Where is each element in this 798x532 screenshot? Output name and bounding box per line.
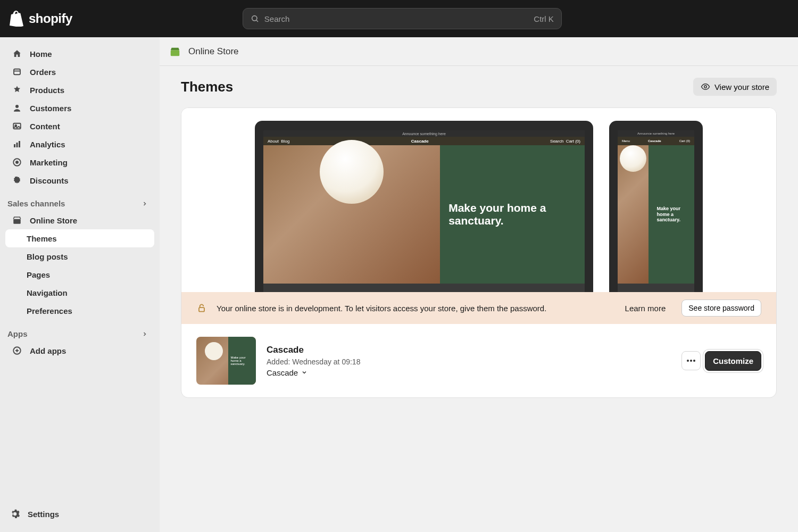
chevron-right-icon [142,331,148,337]
preview-nav: About Blog Cascade Search Cart (0) [263,137,585,145]
more-actions-button[interactable] [681,351,701,370]
store-icon [12,215,22,225]
content-icon [12,121,22,131]
section-sales-channels[interactable]: Sales channels [5,189,154,211]
store-icon [169,46,181,57]
eye-icon [701,82,710,92]
nav-label: Content [30,122,60,131]
lock-icon [196,303,207,313]
sidebar-item-orders[interactable]: Orders [5,63,154,81]
theme-info: Cascade Added: Wednesday at 09:18 Cascad… [267,345,671,377]
theme-thumbnail: Make your home a sanctuary. [196,337,256,385]
sub-label: Blog posts [27,252,68,261]
search-input[interactable]: Search Ctrl K [243,8,562,29]
sidebar-item-online-store[interactable]: Online Store [5,211,154,229]
search-icon [251,14,259,23]
sidebar-item-marketing[interactable]: Marketing [5,153,154,171]
preview-mobile: Announce something here Menu Cascade Car… [609,121,703,292]
orders-icon [12,67,22,77]
svg-point-17 [704,86,707,88]
svg-rect-9 [19,141,20,147]
discounts-icon [12,176,22,185]
svg-point-21 [693,360,695,362]
sidebar-item-content[interactable]: Content [5,117,154,135]
page-header: Themes View your store [160,66,798,107]
main: Online Store Themes View your store Anno… [160,37,798,532]
sidebar-sub-navigation[interactable]: Navigation [5,284,154,302]
sub-label: Preferences [27,306,72,315]
sidebar-item-discounts[interactable]: Discounts [5,171,154,189]
sidebar-item-customers[interactable]: Customers [5,99,154,117]
analytics-icon [12,139,22,149]
svg-rect-18 [199,307,204,312]
breadcrumb-text: Online Store [188,46,239,57]
preview-hero-text: Make your home a sanctuary. [448,202,576,227]
search-placeholder: Search [264,14,290,23]
gear-icon [10,509,20,519]
marketing-icon [12,157,22,167]
nav-label: Settings [28,510,59,519]
section-apps[interactable]: Apps [5,320,154,342]
sidebar-item-analytics[interactable]: Analytics [5,135,154,153]
learn-more-link[interactable]: Learn more [625,304,666,313]
chevron-down-icon [301,369,307,376]
sub-label: Themes [27,234,57,243]
nav-label: Discounts [30,176,69,185]
sidebar: Home Orders Products Customers Content A… [0,37,160,532]
products-icon [12,85,22,95]
sub-label: Navigation [27,288,68,297]
theme-added: Added: Wednesday at 09:18 [267,358,671,366]
nav-label: Products [30,86,64,95]
theme-card: Announce something here About Blog Casca… [181,107,777,398]
theme-picker[interactable]: Cascade [267,368,671,377]
nav-label: Home [30,49,52,59]
svg-point-11 [15,161,19,164]
add-icon [12,346,22,355]
theme-preview: Announce something here About Blog Casca… [181,108,776,292]
button-label: View your store [714,82,769,92]
brand-logo[interactable]: shopify [10,11,72,27]
lamp-graphic [320,140,384,204]
preview-desktop: Announce something here About Blog Casca… [255,121,593,292]
brand-word: shopify [29,11,72,26]
sidebar-item-products[interactable]: Products [5,81,154,99]
lamp-graphic [620,145,646,172]
sidebar-item-add-apps[interactable]: Add apps [5,342,154,360]
sidebar-item-home[interactable]: Home [5,45,154,63]
banner-message: Your online store is in development. To … [217,304,616,313]
svg-point-19 [687,360,689,362]
topbar: shopify Search Ctrl K [0,0,798,37]
preview-announce: Announce something here [618,130,694,137]
sidebar-sub-blog-posts[interactable]: Blog posts [5,247,154,265]
sidebar-sub-pages[interactable]: Pages [5,265,154,284]
password-banner: Your online store is in development. To … [181,292,776,324]
preview-hero-text: Make your home a sanctuary. [657,206,686,222]
preview-nav: Menu Cascade Cart (0) [618,137,694,145]
search-shortcut: Ctrl K [534,14,554,23]
nav-label: Online Store [30,216,77,225]
nav-label: Analytics [30,140,65,149]
svg-line-1 [256,20,258,22]
svg-rect-12 [13,219,21,224]
sidebar-sub-preferences[interactable]: Preferences [5,302,154,320]
preview-announce: Announce something here [263,130,585,137]
svg-rect-8 [16,143,18,147]
sidebar-sub-themes[interactable]: Themes [5,229,154,247]
svg-rect-2 [14,69,20,75]
nav-label: Orders [30,68,56,77]
nav-label: Add apps [30,346,66,355]
see-password-button[interactable]: See store password [681,300,761,317]
theme-row: Make your home a sanctuary. Cascade Adde… [181,324,776,397]
svg-point-0 [252,16,257,21]
breadcrumb-bar: Online Store [160,37,798,66]
view-store-button[interactable]: View your store [693,78,777,96]
theme-name: Cascade [267,345,671,355]
customize-button[interactable]: Customize [705,351,761,371]
home-icon [12,49,22,59]
dots-icon [687,360,695,362]
page-title: Themes [181,79,233,95]
nav-label: Customers [30,104,71,113]
sidebar-item-settings[interactable]: Settings [5,503,154,525]
svg-point-4 [15,105,19,108]
svg-point-20 [690,360,692,362]
